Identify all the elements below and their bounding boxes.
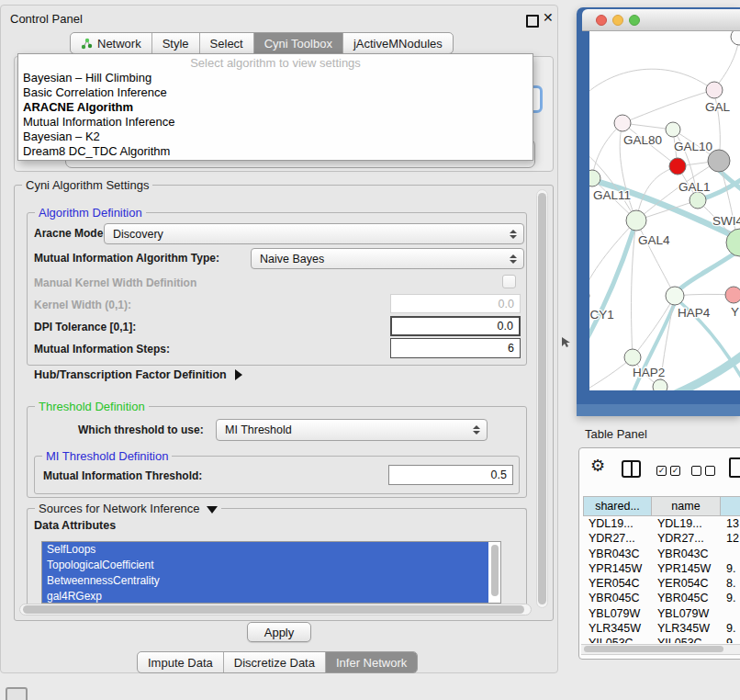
table-cell: YDR27... (583, 531, 652, 546)
table-cell: YBL079W (583, 606, 652, 621)
tab-cyni-toolbox[interactable]: Cyni Toolbox (254, 33, 343, 53)
network-node[interactable] (731, 31, 740, 45)
aracne-mode-combobox[interactable]: Discovery (104, 223, 524, 244)
network-graph: GALGAL80GAL10GAL11GAL1SWI4GAL4HAP4YGCY1H… (589, 31, 740, 390)
network-node-HAP4[interactable] (666, 287, 684, 305)
scrollbar-thumb[interactable] (584, 646, 723, 652)
mi-threshold-field[interactable]: 0.5 (388, 465, 513, 485)
tab-label: jActiveMNodules (353, 37, 443, 51)
table-row[interactable]: YBL079WYBL079W (583, 606, 740, 621)
dropdown-option[interactable]: Mutual Information Inference (18, 115, 533, 130)
tab-style[interactable]: Style (152, 33, 200, 53)
minimized-panel-icon[interactable] (6, 687, 28, 700)
tab-label: Impute Data (148, 656, 213, 670)
mi-type-combobox[interactable]: Naive Bayes (251, 248, 524, 269)
table-cell: YDR27... (652, 531, 721, 546)
dropdown-option[interactable]: ARACNE Algorithm (18, 100, 533, 115)
network-window-titlebar[interactable] (582, 9, 740, 31)
node-table: shared...name (583, 496, 740, 516)
manual-kernel-checkbox[interactable] (502, 275, 516, 288)
zoom-traffic-light[interactable] (629, 15, 640, 26)
settings-horizontal-scrollbar[interactable] (19, 604, 532, 615)
network-canvas[interactable]: GALGAL80GAL10GAL11GAL1SWI4GAL4HAP4YGCY1H… (589, 31, 740, 390)
table-body[interactable]: YDL19...YDL19...13YDR27...YDR27...12YBR0… (583, 516, 740, 643)
threshold-definition-title: Threshold Definition (35, 400, 149, 413)
network-view-window[interactable]: GALGAL80GAL10GAL11GAL1SWI4GAL4HAP4YGCY1H… (577, 7, 740, 416)
hub-section-toggle[interactable]: Hub/Transcription Factor Definition (34, 368, 242, 381)
column-header[interactable]: name (652, 496, 721, 516)
scrollbar-thumb[interactable] (538, 193, 546, 604)
table-row[interactable]: YER054CYER054C8. (583, 576, 740, 591)
settings-vertical-scrollbar[interactable] (536, 189, 548, 608)
aracne-mode-value: Discovery (113, 228, 163, 241)
table-horizontal-scrollbar[interactable] (581, 644, 740, 655)
attribute-list-item[interactable]: SelfLoops (42, 542, 488, 558)
kernel-width-field[interactable]: 0.0 (390, 294, 521, 313)
dpi-tolerance-field[interactable]: 0.0 (390, 316, 521, 336)
table-row[interactable]: YDR27...YDR27...12 (583, 531, 740, 546)
tab-select[interactable]: Select (200, 33, 254, 53)
column-header[interactable]: shared... (583, 496, 652, 516)
scrollbar-thumb[interactable] (23, 605, 524, 614)
attribute-list-item[interactable]: gal4RGexp (42, 589, 488, 604)
network-node-GAL1[interactable] (690, 192, 706, 209)
network-node-GAL10[interactable] (666, 122, 680, 137)
list-scrollbar-thumb[interactable] (491, 545, 499, 596)
network-node[interactable] (653, 379, 667, 390)
select-all-checkboxes-icon[interactable]: ✓✓ (656, 466, 680, 476)
table-cell: YPR145W (652, 561, 721, 576)
dropdown-option[interactable]: Bayesian – K2 (18, 130, 533, 144)
dropdown-option[interactable]: Basic Correlation Inference (18, 85, 533, 100)
table-cell: YBR043C (583, 547, 652, 561)
tab-jactivemnodules[interactable]: jActiveMNodules (343, 33, 453, 53)
dropdown-option[interactable]: Dream8 DC_TDC Algorithm (18, 144, 533, 159)
column-header[interactable] (721, 496, 740, 516)
tab-label: Infer Network (336, 656, 407, 670)
table-panel-title: Table Panel (585, 427, 647, 441)
network-node-GAL80[interactable] (614, 115, 631, 131)
table-row[interactable]: YBR043CYBR043C (583, 547, 740, 561)
table-toolbar: ⚙ ✓✓ (579, 448, 740, 494)
close-traffic-light[interactable] (596, 15, 607, 26)
table-cell: YBR045C (652, 591, 721, 605)
table-row[interactable]: YBR045CYBR045C9. (583, 591, 740, 605)
document-icon[interactable] (729, 457, 740, 478)
close-icon[interactable]: ✕ (543, 10, 554, 25)
node-label-GAL: GAL (705, 100, 731, 114)
table-cell (721, 606, 740, 621)
bottom-tab-impute-data[interactable]: Impute Data (138, 652, 224, 672)
kernel-width-value: 0.0 (499, 298, 514, 310)
stepper-icon (510, 254, 517, 264)
tab-network[interactable]: Network (71, 33, 152, 53)
network-node-HAP2[interactable] (624, 349, 641, 366)
mi-steps-field[interactable]: 6 (390, 338, 521, 358)
network-node[interactable] (669, 158, 686, 175)
apply-button[interactable]: Apply (247, 622, 311, 642)
network-node-GAL[interactable] (706, 82, 723, 98)
network-node-GAL4[interactable] (626, 210, 646, 231)
minimize-traffic-light[interactable] (612, 15, 623, 26)
table-cell: 12 (721, 531, 740, 546)
table-row[interactable]: YLR345WYLR345W9. (583, 621, 740, 636)
attribute-list-item[interactable]: TopologicalCoefficient (42, 558, 488, 573)
bottom-tab-discretize-data[interactable]: Discretize Data (224, 652, 326, 672)
table-row[interactable]: YDL19...YDL19...13 (583, 516, 740, 531)
settings-gear-icon[interactable]: ⚙ (590, 456, 605, 475)
which-threshold-combobox[interactable]: MI Threshold (216, 419, 488, 441)
sources-group-title[interactable]: Sources for Network Inference (35, 502, 221, 515)
node-label-GAL80: GAL80 (623, 133, 662, 147)
data-attributes-list[interactable]: SelfLoopsTopologicalCoefficientBetweenne… (41, 541, 501, 604)
split-columns-icon[interactable] (622, 460, 641, 478)
table-row[interactable]: YPR145WYPR145W9. (583, 561, 740, 576)
table-cell: YPR145W (583, 561, 652, 576)
dropdown-option[interactable]: Bayesian – Hill Climbing (18, 71, 533, 85)
node-label-GCY1: GCY1 (589, 308, 614, 322)
table-cell: YBR043C (652, 547, 721, 561)
float-window-icon[interactable] (526, 15, 539, 28)
deselect-checkboxes-icon[interactable] (691, 466, 715, 476)
bottom-tab-infer-network[interactable]: Infer Network (326, 652, 417, 672)
table-row[interactable]: YIL053CYIL053C9. (583, 636, 740, 643)
network-node-Y[interactable] (725, 287, 740, 303)
table-cell: 8. (721, 576, 740, 591)
attribute-list-item[interactable]: BetweennessCentrality (42, 573, 488, 589)
